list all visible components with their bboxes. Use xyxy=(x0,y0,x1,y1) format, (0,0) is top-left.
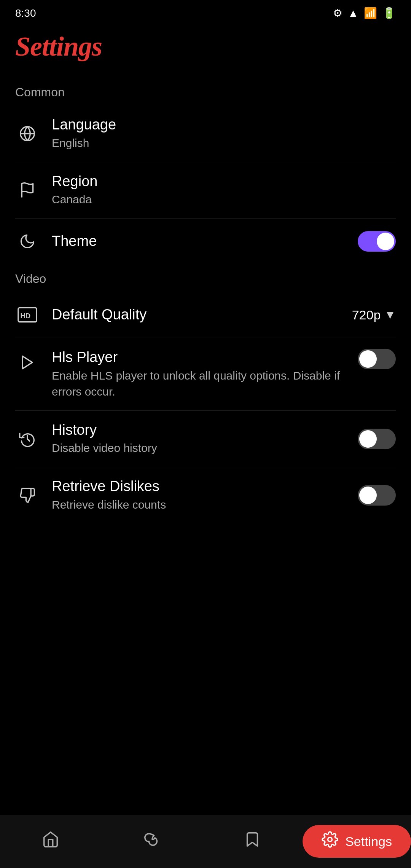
retrieve-dislikes-title: Retrieve Dislikes xyxy=(52,478,346,495)
svg-marker-5 xyxy=(22,356,32,369)
play-icon xyxy=(15,350,40,375)
settings-nav-label: Settings xyxy=(345,834,392,849)
region-item[interactable]: Region Canada xyxy=(0,162,411,219)
wifi-icon: ▲ xyxy=(348,7,358,19)
theme-text: Theme xyxy=(52,233,346,250)
language-item[interactable]: Language English xyxy=(0,105,411,162)
retrieve-dislikes-text: Retrieve Dislikes Retrieve dislike count… xyxy=(52,478,346,513)
fire-icon xyxy=(143,831,160,852)
history-toggle-thumb xyxy=(359,430,377,448)
flag-icon xyxy=(15,178,40,202)
history-text: History Disable video history xyxy=(52,421,346,456)
dislikes-toggle[interactable] xyxy=(358,485,396,506)
home-icon xyxy=(42,831,59,852)
language-subtitle: English xyxy=(52,135,396,151)
signal-icon: 📶 xyxy=(364,7,377,19)
quality-value: 720p xyxy=(352,308,381,322)
history-subtitle: Disable video history xyxy=(52,440,346,456)
default-quality-item[interactable]: HD Default Quality 720p ▼ xyxy=(0,292,411,338)
svg-point-6 xyxy=(328,838,332,842)
region-title: Region xyxy=(52,173,396,190)
quality-dropdown[interactable]: 720p ▼ xyxy=(352,305,396,326)
bottom-padding xyxy=(0,523,411,584)
history-title: History xyxy=(52,421,346,439)
page-title: Settings xyxy=(0,23,411,78)
default-quality-text: Default Quality xyxy=(52,306,340,324)
default-quality-title: Default Quality xyxy=(52,306,340,324)
dislike-icon xyxy=(15,483,40,507)
theme-item[interactable]: Theme xyxy=(0,219,411,264)
hd-icon: HD xyxy=(15,303,40,327)
bottom-navigation: Settings xyxy=(0,815,411,868)
hls-toggle[interactable] xyxy=(358,349,396,369)
settings-status-icon: ⚙ xyxy=(333,7,342,19)
bookmark-icon xyxy=(244,831,261,852)
moon-icon xyxy=(15,229,40,254)
retrieve-dislikes-item[interactable]: Retrieve Dislikes Retrieve dislike count… xyxy=(0,467,411,523)
theme-toggle[interactable] xyxy=(358,231,396,252)
hls-player-title: Hls Player xyxy=(52,349,346,366)
language-text: Language English xyxy=(52,116,396,151)
nav-trending[interactable] xyxy=(101,815,202,868)
region-subtitle: Canada xyxy=(52,191,396,207)
battery-icon: 🔋 xyxy=(382,7,396,19)
retrieve-dislikes-subtitle: Retrieve dislike counts xyxy=(52,497,346,513)
hls-player-item[interactable]: Hls Player Enable HLS player to unlock a… xyxy=(0,338,411,410)
hls-player-subtitle: Enable HLS player to unlock all quality … xyxy=(52,368,346,400)
section-video-header: Video xyxy=(0,264,411,292)
status-bar: 8:30 ⚙ ▲ 📶 🔋 xyxy=(0,0,411,23)
nav-bookmarks[interactable] xyxy=(202,815,303,868)
status-time: 8:30 xyxy=(15,7,36,19)
section-common-header: Common xyxy=(0,78,411,105)
history-item[interactable]: History Disable video history xyxy=(0,411,411,467)
language-title: Language xyxy=(52,116,396,134)
nav-active-settings: Settings xyxy=(303,825,411,858)
globe-icon xyxy=(15,121,40,146)
hls-player-text: Hls Player Enable HLS player to unlock a… xyxy=(52,349,346,400)
nav-settings[interactable]: Settings xyxy=(303,815,411,868)
dislikes-toggle-thumb xyxy=(359,487,377,504)
status-icons: ⚙ ▲ 📶 🔋 xyxy=(333,7,396,19)
region-text: Region Canada xyxy=(52,173,396,208)
history-toggle[interactable] xyxy=(358,429,396,449)
theme-toggle-thumb xyxy=(377,233,394,250)
theme-title: Theme xyxy=(52,233,346,250)
svg-text:HD: HD xyxy=(20,312,30,320)
dropdown-arrow-icon: ▼ xyxy=(384,308,396,321)
nav-home[interactable] xyxy=(0,815,101,868)
history-icon xyxy=(15,427,40,451)
hls-toggle-thumb xyxy=(359,350,377,368)
gear-nav-icon xyxy=(322,831,338,852)
